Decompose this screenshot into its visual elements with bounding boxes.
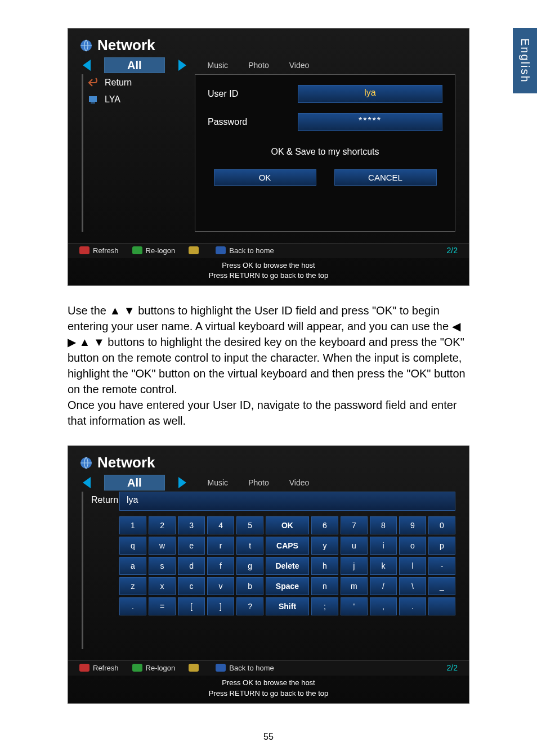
yellow-button-icon [189,246,199,254]
keyboard-input[interactable]: lya [119,492,455,511]
userid-label: User ID [208,89,281,99]
keyboard-key[interactable]: \ [399,577,426,595]
keyboard-key[interactable]: . [399,597,426,615]
footer-refresh[interactable]: Refresh [93,664,119,672]
green-button-icon [132,246,142,254]
userid-field[interactable]: lya [298,85,442,103]
keyboard-key[interactable]: q [119,537,146,555]
keyboard-key[interactable]: u [341,537,368,555]
instruction-paragraph: Use the ▲ ▼ buttons to highlight the Use… [68,303,469,429]
keyboard-key[interactable]: 0 [428,516,455,534]
keyboard-key[interactable]: f [207,557,234,575]
keyboard-key[interactable]: ' [341,597,368,615]
page-counter: 2/2 [447,663,458,672]
keyboard-key[interactable]: r [207,537,234,555]
tab-music[interactable]: Music [208,478,229,487]
hint-line-1: Press OK to browse the host [68,678,469,688]
ok-button[interactable]: OK [214,169,316,186]
tab-prev-arrow-icon[interactable] [83,60,91,71]
keyboard-key[interactable]: z [119,577,146,595]
keyboard-key[interactable]: , [370,597,397,615]
keyboard-key[interactable]: 3 [178,516,205,534]
footer-relogon[interactable]: Re-logon [146,664,176,672]
keyboard-key[interactable]: 9 [399,516,426,534]
delete-key[interactable]: Delete [266,557,309,575]
keyboard-key[interactable]: . [119,597,146,615]
sidebar-item-lya[interactable]: LYA [83,91,190,108]
keyboard-key[interactable] [428,597,455,615]
keyboard-key[interactable]: x [149,577,176,595]
tab-music[interactable]: Music [208,61,229,70]
blue-button-icon [216,246,226,254]
keyboard-key[interactable]: k [370,557,397,575]
hint-line-1: Press OK to browse the host [68,260,469,271]
keyboard-key[interactable]: 5 [236,516,263,534]
keyboard-key[interactable]: ] [207,597,234,615]
footer-back[interactable]: Back to home [229,246,274,255]
keyboard-key[interactable]: o [399,537,426,555]
footer-relogon[interactable]: Re-logon [146,246,176,255]
cancel-button[interactable]: CANCEL [334,169,437,186]
screenshot-2: Network All Music Photo Video [68,446,469,703]
keyboard-key[interactable]: a [119,557,146,575]
keyboard-key[interactable]: v [207,577,234,595]
keyboard-key[interactable]: = [149,597,176,615]
keyboard-key[interactable]: e [178,537,205,555]
keyboard-key[interactable]: ; [311,597,338,615]
page-number: 55 [68,732,469,742]
tab-photo[interactable]: Photo [248,61,269,70]
footer-refresh[interactable]: Refresh [93,246,119,255]
keyboard-key[interactable]: p [428,537,455,555]
network-icon [79,39,93,52]
tab-all[interactable]: All [104,475,165,490]
sidebar-return[interactable]: Return [83,492,115,508]
keyboard-key[interactable]: b [236,577,263,595]
keyboard-key[interactable]: 6 [311,516,338,534]
keyboard-key[interactable]: [ [178,597,205,615]
tab-next-arrow-icon[interactable] [178,60,186,71]
keyboard-key[interactable]: g [236,557,263,575]
keyboard-key[interactable]: c [178,577,205,595]
tab-bar: All Music Photo Video [79,57,458,73]
ok-key[interactable]: OK [266,516,309,534]
keyboard-key[interactable]: i [370,537,397,555]
red-button-icon [79,246,90,254]
tab-video[interactable]: Video [289,61,310,70]
keyboard-key[interactable]: j [341,557,368,575]
tab-next-arrow-icon[interactable] [178,477,186,488]
tab-photo[interactable]: Photo [248,478,269,487]
sidebar-return[interactable]: Return [83,74,190,91]
keyboard-key[interactable]: ? [236,597,263,615]
language-tab: English [513,28,537,93]
shift-key[interactable]: Shift [266,597,309,615]
keyboard-key[interactable]: n [311,577,338,595]
keyboard-key[interactable]: 2 [149,516,176,534]
keyboard-key[interactable]: 8 [370,516,397,534]
footer-back[interactable]: Back to home [229,664,274,672]
keyboard-key[interactable]: - [428,557,455,575]
hint-line-2: Press RETURN to go back to the top [68,688,469,699]
network-title: Network [79,37,458,54]
tab-bar: All Music Photo Video [79,475,458,490]
keyboard-key[interactable]: 7 [341,516,368,534]
password-field[interactable]: ***** [298,113,442,131]
keyboard-key[interactable]: m [341,577,368,595]
caps-key[interactable]: CAPS [266,537,309,555]
keyboard-key[interactable]: w [149,537,176,555]
keyboard-key[interactable]: h [311,557,338,575]
keyboard-key[interactable]: y [311,537,338,555]
keyboard-key[interactable]: _ [428,577,455,595]
save-shortcuts-option[interactable]: OK & Save to my shortcuts [208,141,442,163]
keyboard-key[interactable]: t [236,537,263,555]
tab-prev-arrow-icon[interactable] [83,477,91,488]
keyboard-key[interactable]: 1 [119,516,146,534]
space-key[interactable]: Space [266,577,309,595]
keyboard-key[interactable]: l [399,557,426,575]
keyboard-key[interactable]: / [370,577,397,595]
tab-video[interactable]: Video [289,478,310,487]
keyboard-key[interactable]: d [178,557,205,575]
keyboard-key[interactable]: s [149,557,176,575]
green-button-icon [132,664,142,672]
tab-all[interactable]: All [104,57,165,73]
keyboard-key[interactable]: 4 [207,516,234,534]
